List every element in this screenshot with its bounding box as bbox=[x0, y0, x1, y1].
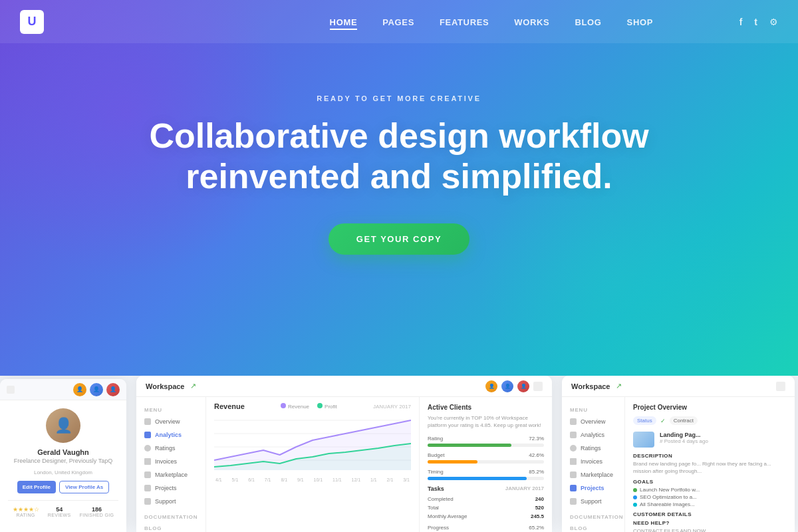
menu-item-support[interactable]: Support bbox=[136, 495, 205, 508]
c3-menu-projects[interactable]: Projects bbox=[562, 481, 624, 495]
avatar-blue: 👤 bbox=[90, 383, 103, 396]
trend-icon-3: ↗ bbox=[616, 382, 622, 390]
ratings-icon bbox=[144, 445, 151, 452]
hero-title: Collaborative design workflow reinvented… bbox=[149, 116, 648, 198]
menu-item-analytics[interactable]: Analytics bbox=[136, 428, 205, 442]
goal-dot-2 bbox=[633, 495, 637, 499]
card3-layout: MENU Overview Analytics Ratings bbox=[562, 397, 795, 532]
goals-section: GOALS Launch New Portfolio w... SEO Opti… bbox=[633, 479, 787, 507]
goal-dot-1 bbox=[633, 488, 637, 492]
c3-support-icon bbox=[570, 498, 577, 505]
goal-3: All Shareable Images... bbox=[633, 501, 787, 507]
goals-label: GOALS bbox=[633, 479, 787, 485]
profile-title: Freelance Designer, Previously TapQ bbox=[8, 458, 118, 464]
task-monthly: Monthly Average 245.5 bbox=[428, 512, 544, 521]
menu-item-invoices[interactable]: Invoices bbox=[136, 455, 205, 468]
avatar-1: 👤 bbox=[485, 380, 497, 392]
profile-card: 👤 👤 👤 👤 Gerald Vaughn Freelance Designer… bbox=[0, 379, 126, 532]
hero-cta-button[interactable]: GET YOUR COPY bbox=[329, 223, 469, 255]
c3-menu-analytics[interactable]: Analytics bbox=[562, 428, 624, 442]
tasks-date: JANUARY 2017 bbox=[505, 485, 544, 492]
nav-links: HOME PAGES FEATURES WORKS BLOG SHOP bbox=[330, 16, 653, 28]
workspace-label-3: Workspace bbox=[571, 382, 610, 390]
c3-main: Project Overview Status ✓ Contract Landi… bbox=[625, 397, 795, 532]
docs-section: DOCUMENTATION bbox=[136, 511, 205, 522]
right-panel-title: Active Clients bbox=[428, 404, 544, 411]
nav-item-home[interactable]: HOME bbox=[330, 16, 358, 28]
blog-section: BLOG bbox=[136, 522, 205, 532]
stat-rating: ★★★★☆ RATING bbox=[13, 506, 39, 517]
c3-sidebar: MENU Overview Analytics Ratings bbox=[562, 397, 625, 532]
stat-reviews: 54 REVIEWS bbox=[48, 506, 71, 517]
c3-menu-overview[interactable]: Overview bbox=[562, 415, 624, 428]
chart-svg: 4/15/16/17/18/19/110/111/112/11/12/13/1 bbox=[214, 414, 411, 480]
nav-social: f t ⚙ bbox=[739, 17, 778, 27]
status-row: Status ✓ Contract bbox=[633, 416, 787, 425]
avatar-red: 👤 bbox=[106, 383, 120, 396]
logo[interactable]: U bbox=[20, 10, 44, 34]
legend-profit: Profit bbox=[317, 403, 337, 410]
overview-icon bbox=[144, 418, 151, 425]
metric-budget: Budget 42.6% bbox=[428, 452, 544, 464]
settings-icon[interactable]: ⚙ bbox=[769, 17, 778, 27]
metric-timing: Timing 85.2% bbox=[428, 469, 544, 480]
trend-icon: ↗ bbox=[190, 382, 196, 390]
c3-menu-support[interactable]: Support bbox=[562, 495, 624, 508]
view-profile-button[interactable]: View Profile As bbox=[59, 481, 109, 493]
nav-item-pages[interactable]: PAGES bbox=[382, 16, 414, 28]
menu-item-marketplace[interactable]: Marketplace bbox=[136, 468, 205, 481]
c3-ratings-icon bbox=[570, 445, 577, 452]
project-name: Landing Pag... bbox=[660, 432, 708, 438]
project-thumbnail bbox=[633, 432, 654, 448]
status-badge: Status bbox=[633, 416, 656, 425]
avatar-2: 👤 bbox=[501, 380, 513, 392]
right-panel: Active Clients You're currently in TOP 1… bbox=[419, 397, 552, 532]
progress-metric: Progress 65.2% bbox=[428, 525, 544, 532]
need-help-label: NEED HELP? bbox=[633, 520, 787, 526]
nav-item-shop[interactable]: SHOP bbox=[627, 16, 653, 28]
edit-profile-button[interactable]: Edit Profile bbox=[17, 481, 56, 493]
card3-header: Workspace ↗ bbox=[562, 376, 795, 397]
c3-projects-icon bbox=[570, 485, 577, 491]
twitter-icon[interactable]: t bbox=[754, 17, 757, 27]
bottom-section: 👤 👤 👤 👤 Gerald Vaughn Freelance Designer… bbox=[0, 376, 798, 532]
customer-details-section: CUSTOMER DETAILS NEED HELP? CONTRACT FIL… bbox=[633, 511, 787, 532]
chart-date: JANUARY 2017 bbox=[373, 404, 411, 410]
contract-files: CONTRACT FILES AND NOW... bbox=[633, 527, 787, 532]
profile-name: Gerald Vaughn bbox=[8, 448, 118, 456]
facebook-icon[interactable]: f bbox=[739, 17, 743, 27]
menu-icon bbox=[7, 386, 15, 394]
c3-menu-marketplace[interactable]: Marketplace bbox=[562, 468, 624, 481]
menu-item-ratings[interactable]: Ratings bbox=[136, 442, 205, 455]
menu-item-overview[interactable]: Overview bbox=[136, 415, 205, 428]
desc-section: DESCRIPTION Brand new landing page fo...… bbox=[633, 453, 787, 475]
invoices-icon bbox=[144, 458, 151, 465]
project-overview-title: Project Overview bbox=[633, 404, 787, 411]
chart-header: Revenue Revenue Profit JANUARY 2017 bbox=[214, 402, 411, 410]
hero-section: U HOME PAGES FEATURES WORKS BLOG SHOP f … bbox=[0, 0, 798, 376]
task-total: Total 520 bbox=[428, 503, 544, 512]
goal-dot-3 bbox=[633, 503, 637, 507]
tasks-section: Tasks JANUARY 2017 Completed 240 Total 5… bbox=[428, 485, 544, 532]
nav-item-blog[interactable]: BLOG bbox=[575, 16, 601, 28]
task-completed: Completed 240 bbox=[428, 495, 544, 503]
c3-menu-ratings[interactable]: Ratings bbox=[562, 442, 624, 455]
nav-item-works[interactable]: WORKS bbox=[514, 16, 549, 28]
hero-eyebrow: READY TO GET MORE CREATIVE bbox=[317, 94, 481, 102]
metric-rating: Rating 72.3% bbox=[428, 436, 544, 447]
right-panel-sub: You're currently in TOP 10% of Workspace… bbox=[428, 414, 544, 429]
stats-row: ★★★★☆ RATING 54 REVIEWS 186 FINISHED GIG bbox=[8, 500, 118, 517]
avatar-3: 👤 bbox=[517, 380, 529, 392]
menu-item-projects[interactable]: Projects bbox=[136, 481, 205, 495]
project-info: Landing Pag... # Posted 4 days ago bbox=[660, 432, 708, 444]
star-rating: ★★★★☆ bbox=[13, 506, 39, 513]
c3-menu-invoices[interactable]: Invoices bbox=[562, 455, 624, 468]
customer-details-label: CUSTOMER DETAILS bbox=[633, 511, 787, 517]
c3-docs: DOCUMENTATION bbox=[562, 511, 624, 522]
menu-dots bbox=[533, 382, 543, 391]
analytics-icon bbox=[144, 432, 151, 438]
avatar-orange: 👤 bbox=[73, 383, 86, 396]
nav-item-features[interactable]: FEATURES bbox=[440, 16, 489, 28]
project-item: Landing Pag... # Posted 4 days ago bbox=[633, 432, 787, 448]
profile-buttons: Edit Profile View Profile As bbox=[8, 481, 118, 493]
